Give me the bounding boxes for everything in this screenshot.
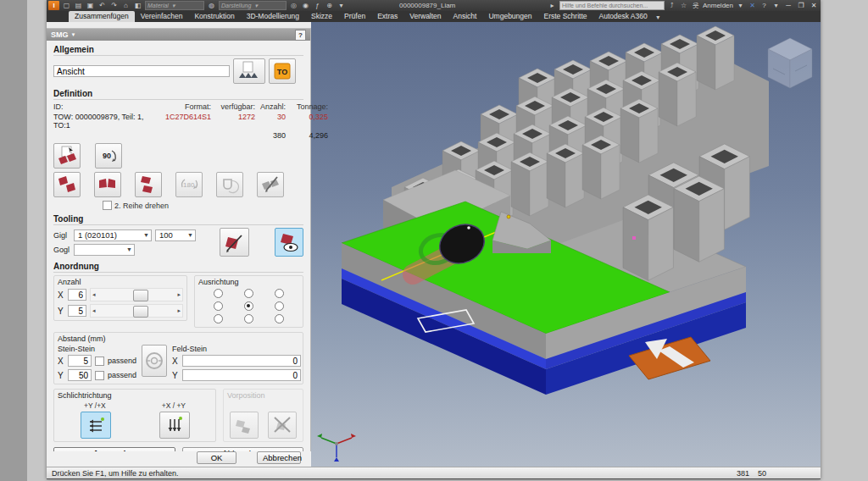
place-blocks-button[interactable] <box>53 143 81 169</box>
center-distance-button[interactable] <box>142 345 167 377</box>
to-button[interactable]: TO <box>269 58 296 84</box>
ausrichtung-radio-center[interactable] <box>244 301 253 311</box>
view-cube[interactable] <box>768 38 812 88</box>
vorposition-set-button[interactable] <box>230 412 259 439</box>
parameters-fx-icon[interactable]: ƒ <box>313 1 322 10</box>
ausrichtung-radio-s[interactable] <box>244 314 253 323</box>
close-button[interactable]: ✕ <box>809 1 819 10</box>
tab-autodesk-a360[interactable]: Autodesk A360 <box>593 11 654 22</box>
panel-help-button[interactable]: ? <box>295 30 306 41</box>
ausrichtung-radio-e[interactable] <box>275 301 284 311</box>
tab-zusammenfuegen[interactable]: Zusammenfügen <box>69 11 135 22</box>
help-search-input[interactable] <box>559 1 665 10</box>
tool-visibility-button[interactable] <box>275 228 304 257</box>
anzahl-y-slider[interactable]: ◂ ▸ <box>90 304 183 318</box>
footer-abbrechen-button[interactable]: Abbrechen <box>257 451 301 464</box>
share-icon[interactable]: ⤴ <box>667 1 676 10</box>
rotate-180-button[interactable]: 180 <box>175 172 203 197</box>
help-icon[interactable]: ? <box>760 1 769 10</box>
passend-y-checkbox[interactable] <box>95 371 104 380</box>
search-expand-icon[interactable]: ▸ <box>548 1 557 10</box>
tab-umgebungen[interactable]: Umgebungen <box>482 11 537 22</box>
qat-customize-icon[interactable]: ▾ <box>337 1 346 10</box>
slider-thumb[interactable] <box>133 306 148 318</box>
tool-edit-button[interactable] <box>220 228 249 257</box>
ausrichtung-radio-ne[interactable] <box>275 289 284 298</box>
ausrichtung-radio-sw[interactable] <box>214 314 223 323</box>
anzahl-value-2: 380 <box>259 131 286 140</box>
anzahl-x-input[interactable] <box>68 289 86 301</box>
favorites-star-icon[interactable]: ☆ <box>679 1 688 10</box>
feld-x-input[interactable] <box>182 355 301 367</box>
anzahl-x-slider[interactable]: ◂ ▸ <box>90 288 183 301</box>
measure-icon[interactable]: ⊕ <box>325 1 334 10</box>
slider-right-icon[interactable]: ▸ <box>175 307 182 314</box>
passend-x-checkbox[interactable] <box>95 357 104 366</box>
tab-ansicht[interactable]: Ansicht <box>448 11 483 22</box>
ausrichtung-radio-w[interactable] <box>214 301 223 311</box>
tab-skizze[interactable]: Skizze <box>305 11 338 22</box>
rotate-90-button[interactable]: 90 <box>95 143 122 169</box>
tab-konstruktion[interactable]: Konstruktion <box>188 11 240 22</box>
zoom-window-icon[interactable]: ◉ <box>301 1 310 10</box>
stein-x-input[interactable] <box>68 355 92 367</box>
slider-left-icon[interactable]: ◂ <box>91 291 97 298</box>
ausrichtung-radio-n[interactable] <box>244 289 253 298</box>
vorposition-clear-button[interactable] <box>268 412 297 439</box>
exchange-apps-icon[interactable]: ✕ <box>748 1 757 10</box>
view-persons-button[interactable] <box>233 58 265 84</box>
pair-blocks-button[interactable] <box>94 172 121 197</box>
tab-3d-modellierung[interactable]: 3D-Modellierung <box>241 11 305 22</box>
slider-thumb[interactable] <box>133 290 148 301</box>
zweite-reihe-checkbox[interactable] <box>103 201 112 210</box>
gogl-select[interactable]: ▼ <box>74 244 135 256</box>
anzahl-y-input[interactable] <box>68 305 86 317</box>
new-file-icon[interactable]: ▢ <box>62 1 71 10</box>
inventor-logo-icon[interactable]: I <box>48 1 59 10</box>
cup-rotate-button[interactable] <box>216 172 243 197</box>
open-file-icon[interactable]: ▤ <box>74 1 83 10</box>
status-bar: Drücken Sie F1, um Hilfe zu erhalten. 38… <box>47 467 821 478</box>
minimize-button[interactable]: ─ <box>783 1 793 10</box>
material-dropdown[interactable]: Material ▾ <box>145 1 204 10</box>
smg-panel-header[interactable]: SMG ▼ ? <box>47 29 310 41</box>
edit-blocks-button[interactable] <box>257 172 284 197</box>
slider-right-icon[interactable]: ▸ <box>175 291 182 298</box>
gigl-select[interactable]: 1 (020101) ▼ <box>74 229 152 241</box>
block-assembly[interactable] <box>342 26 769 395</box>
feld-y-input[interactable] <box>182 369 301 381</box>
tab-pruefen[interactable]: Prüfen <box>338 11 371 22</box>
split-vertical-button[interactable] <box>135 172 162 197</box>
gigl-size-select[interactable]: 100 ▼ <box>155 229 196 241</box>
darstellung-dropdown[interactable]: Darstellung ▾ <box>219 1 287 10</box>
gogl-label: Gogl <box>53 246 70 254</box>
ausrichtung-radio-nw[interactable] <box>214 289 223 298</box>
tab-erste-schritte[interactable]: Erste Schritte <box>538 11 593 22</box>
slider-left-icon[interactable]: ◂ <box>91 307 97 314</box>
appearance-globe-icon[interactable]: ◍ <box>207 1 216 10</box>
chevron-down-icon[interactable]: ▾ <box>736 1 745 10</box>
ansicht-input[interactable] <box>53 65 230 77</box>
tab-verwalten[interactable]: Verwalten <box>403 11 447 22</box>
restore-button[interactable]: ❐ <box>796 1 806 10</box>
sign-in-button[interactable]: Anmelden <box>703 2 733 9</box>
ribbon-options-icon[interactable]: ▾ <box>654 13 663 22</box>
chevron-down-icon[interactable]: ▾ <box>771 1 781 10</box>
split-diagonal-button[interactable] <box>53 172 81 197</box>
user-icon[interactable]: 웃 <box>691 1 700 10</box>
tab-vereinfachen[interactable]: Vereinfachen <box>135 11 189 22</box>
viewport-3d[interactable] <box>311 22 821 467</box>
zoom-icon[interactable]: ◎ <box>289 1 298 10</box>
direction-xy-button[interactable] <box>159 412 190 439</box>
undo-icon[interactable]: ↶ <box>97 1 107 10</box>
direction-yx-button[interactable] <box>81 412 111 439</box>
stein-y-input[interactable] <box>68 369 92 381</box>
sketch-icon[interactable]: ◧ <box>133 1 142 10</box>
save-icon[interactable]: ▣ <box>86 1 95 10</box>
home-icon[interactable]: ⌂ <box>121 1 131 10</box>
ok-button[interactable]: OK <box>197 451 236 464</box>
ausrichtung-radio-se[interactable] <box>275 314 284 323</box>
tab-extras[interactable]: Extras <box>371 11 403 22</box>
redo-icon[interactable]: ↷ <box>109 1 119 10</box>
svg-text:TO: TO <box>277 68 287 76</box>
